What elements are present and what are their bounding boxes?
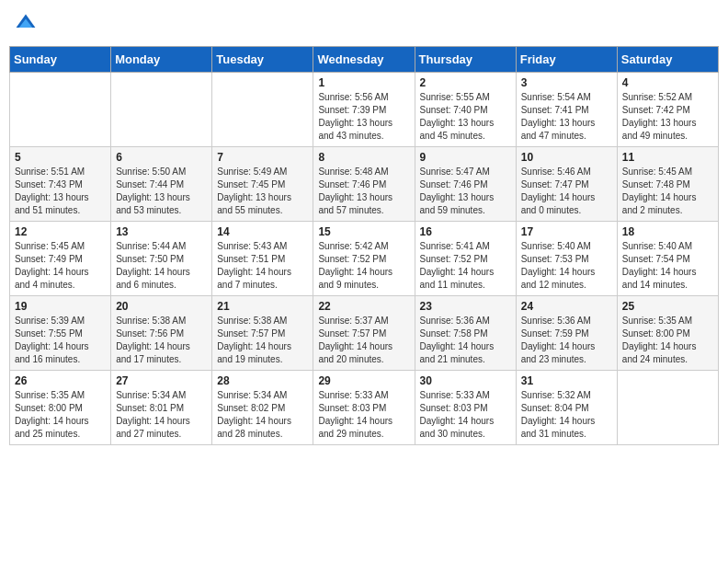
calendar-cell: 22Sunrise: 5:37 AM Sunset: 7:57 PM Dayli… — [313, 296, 415, 371]
calendar-cell: 3Sunrise: 5:54 AM Sunset: 7:41 PM Daylig… — [516, 73, 617, 147]
day-number: 25 — [622, 300, 713, 313]
day-number: 30 — [420, 374, 511, 387]
day-info: Sunrise: 5:38 AM Sunset: 7:57 PM Dayligh… — [217, 315, 308, 366]
calendar-cell: 26Sunrise: 5:35 AM Sunset: 8:00 PM Dayli… — [10, 371, 111, 445]
calendar-cell: 29Sunrise: 5:33 AM Sunset: 8:03 PM Dayli… — [313, 371, 415, 445]
calendar-cell: 14Sunrise: 5:43 AM Sunset: 7:51 PM Dayli… — [212, 222, 313, 296]
day-info: Sunrise: 5:48 AM Sunset: 7:46 PM Dayligh… — [318, 166, 409, 217]
day-info: Sunrise: 5:49 AM Sunset: 7:45 PM Dayligh… — [217, 166, 308, 217]
day-info: Sunrise: 5:38 AM Sunset: 7:56 PM Dayligh… — [116, 315, 207, 366]
day-info: Sunrise: 5:46 AM Sunset: 7:47 PM Dayligh… — [521, 166, 612, 217]
day-number: 26 — [15, 374, 106, 387]
day-number: 2 — [420, 76, 511, 89]
day-header-tuesday: Tuesday — [212, 47, 313, 73]
calendar-cell: 31Sunrise: 5:32 AM Sunset: 8:04 PM Dayli… — [516, 371, 617, 445]
calendar-cell: 13Sunrise: 5:44 AM Sunset: 7:50 PM Dayli… — [111, 222, 212, 296]
day-number: 24 — [521, 300, 612, 313]
day-info: Sunrise: 5:44 AM Sunset: 7:50 PM Dayligh… — [116, 240, 207, 292]
day-number: 6 — [116, 151, 207, 164]
day-info: Sunrise: 5:50 AM Sunset: 7:44 PM Dayligh… — [116, 166, 207, 217]
day-number: 10 — [521, 151, 612, 164]
day-info: Sunrise: 5:55 AM Sunset: 7:40 PM Dayligh… — [420, 91, 511, 143]
day-info: Sunrise: 5:56 AM Sunset: 7:39 PM Dayligh… — [318, 91, 409, 143]
calendar-cell: 28Sunrise: 5:34 AM Sunset: 8:02 PM Dayli… — [212, 371, 313, 445]
day-info: Sunrise: 5:34 AM Sunset: 8:01 PM Dayligh… — [116, 389, 207, 441]
calendar-cell — [617, 371, 718, 445]
day-info: Sunrise: 5:40 AM Sunset: 7:53 PM Dayligh… — [521, 240, 612, 292]
day-info: Sunrise: 5:34 AM Sunset: 8:02 PM Dayligh… — [217, 389, 308, 441]
day-info: Sunrise: 5:45 AM Sunset: 7:49 PM Dayligh… — [15, 240, 106, 292]
calendar-table: SundayMondayTuesdayWednesdayThursdayFrid… — [9, 46, 719, 445]
calendar-cell: 23Sunrise: 5:36 AM Sunset: 7:58 PM Dayli… — [415, 296, 516, 371]
day-info: Sunrise: 5:54 AM Sunset: 7:41 PM Dayligh… — [521, 91, 612, 143]
calendar-cell: 16Sunrise: 5:41 AM Sunset: 7:52 PM Dayli… — [415, 222, 516, 296]
day-number: 7 — [217, 151, 308, 164]
day-info: Sunrise: 5:36 AM Sunset: 7:59 PM Dayligh… — [521, 315, 612, 366]
day-info: Sunrise: 5:32 AM Sunset: 8:04 PM Dayligh… — [521, 389, 612, 441]
day-number: 22 — [318, 300, 409, 313]
calendar-cell: 20Sunrise: 5:38 AM Sunset: 7:56 PM Dayli… — [111, 296, 212, 371]
day-number: 15 — [318, 225, 409, 238]
day-info: Sunrise: 5:43 AM Sunset: 7:51 PM Dayligh… — [217, 240, 308, 292]
calendar-cell: 1Sunrise: 5:56 AM Sunset: 7:39 PM Daylig… — [313, 73, 415, 147]
calendar-cell: 15Sunrise: 5:42 AM Sunset: 7:52 PM Dayli… — [313, 222, 415, 296]
day-number: 13 — [116, 225, 207, 238]
calendar-cell — [212, 73, 313, 147]
calendar-cell: 27Sunrise: 5:34 AM Sunset: 8:01 PM Dayli… — [111, 371, 212, 445]
day-number: 19 — [15, 300, 106, 313]
calendar-cell: 12Sunrise: 5:45 AM Sunset: 7:49 PM Dayli… — [10, 222, 111, 296]
page-header — [9, 9, 719, 39]
calendar-cell: 7Sunrise: 5:49 AM Sunset: 7:45 PM Daylig… — [212, 147, 313, 222]
day-header-wednesday: Wednesday — [313, 47, 415, 73]
calendar-cell: 25Sunrise: 5:35 AM Sunset: 8:00 PM Dayli… — [617, 296, 718, 371]
calendar-cell — [111, 73, 212, 147]
day-info: Sunrise: 5:35 AM Sunset: 8:00 PM Dayligh… — [15, 389, 106, 441]
calendar-cell: 21Sunrise: 5:38 AM Sunset: 7:57 PM Dayli… — [212, 296, 313, 371]
day-number: 28 — [217, 374, 308, 387]
calendar-week-4: 19Sunrise: 5:39 AM Sunset: 7:55 PM Dayli… — [10, 296, 719, 371]
calendar-cell: 4Sunrise: 5:52 AM Sunset: 7:42 PM Daylig… — [617, 73, 718, 147]
day-number: 23 — [420, 300, 511, 313]
day-number: 12 — [15, 225, 106, 238]
day-info: Sunrise: 5:35 AM Sunset: 8:00 PM Dayligh… — [622, 315, 713, 366]
day-number: 4 — [622, 76, 713, 89]
calendar-cell: 6Sunrise: 5:50 AM Sunset: 7:44 PM Daylig… — [111, 147, 212, 222]
calendar-week-2: 5Sunrise: 5:51 AM Sunset: 7:43 PM Daylig… — [10, 147, 719, 222]
day-info: Sunrise: 5:36 AM Sunset: 7:58 PM Dayligh… — [420, 315, 511, 366]
day-header-sunday: Sunday — [10, 47, 111, 73]
calendar-header-row: SundayMondayTuesdayWednesdayThursdayFrid… — [10, 47, 719, 73]
calendar-cell — [10, 73, 111, 147]
day-number: 27 — [116, 374, 207, 387]
logo-icon — [15, 13, 37, 35]
day-info: Sunrise: 5:33 AM Sunset: 8:03 PM Dayligh… — [420, 389, 511, 441]
calendar-cell: 8Sunrise: 5:48 AM Sunset: 7:46 PM Daylig… — [313, 147, 415, 222]
calendar-cell: 30Sunrise: 5:33 AM Sunset: 8:03 PM Dayli… — [415, 371, 516, 445]
day-number: 9 — [420, 151, 511, 164]
day-number: 31 — [521, 374, 612, 387]
day-number: 5 — [15, 151, 106, 164]
day-number: 18 — [622, 225, 713, 238]
calendar-week-5: 26Sunrise: 5:35 AM Sunset: 8:00 PM Dayli… — [10, 371, 719, 445]
logo — [15, 13, 39, 35]
calendar-cell: 18Sunrise: 5:40 AM Sunset: 7:54 PM Dayli… — [617, 222, 718, 296]
day-info: Sunrise: 5:40 AM Sunset: 7:54 PM Dayligh… — [622, 240, 713, 292]
day-number: 1 — [318, 76, 409, 89]
calendar-week-3: 12Sunrise: 5:45 AM Sunset: 7:49 PM Dayli… — [10, 222, 719, 296]
calendar-cell: 17Sunrise: 5:40 AM Sunset: 7:53 PM Dayli… — [516, 222, 617, 296]
day-info: Sunrise: 5:47 AM Sunset: 7:46 PM Dayligh… — [420, 166, 511, 217]
day-number: 11 — [622, 151, 713, 164]
day-number: 20 — [116, 300, 207, 313]
calendar-cell: 24Sunrise: 5:36 AM Sunset: 7:59 PM Dayli… — [516, 296, 617, 371]
day-info: Sunrise: 5:39 AM Sunset: 7:55 PM Dayligh… — [15, 315, 106, 366]
calendar-cell: 5Sunrise: 5:51 AM Sunset: 7:43 PM Daylig… — [10, 147, 111, 222]
day-number: 17 — [521, 225, 612, 238]
day-info: Sunrise: 5:37 AM Sunset: 7:57 PM Dayligh… — [318, 315, 409, 366]
day-info: Sunrise: 5:33 AM Sunset: 8:03 PM Dayligh… — [318, 389, 409, 441]
day-number: 29 — [318, 374, 409, 387]
day-info: Sunrise: 5:45 AM Sunset: 7:48 PM Dayligh… — [622, 166, 713, 217]
day-number: 3 — [521, 76, 612, 89]
calendar-cell: 2Sunrise: 5:55 AM Sunset: 7:40 PM Daylig… — [415, 73, 516, 147]
calendar-cell: 11Sunrise: 5:45 AM Sunset: 7:48 PM Dayli… — [617, 147, 718, 222]
day-number: 21 — [217, 300, 308, 313]
day-number: 14 — [217, 225, 308, 238]
